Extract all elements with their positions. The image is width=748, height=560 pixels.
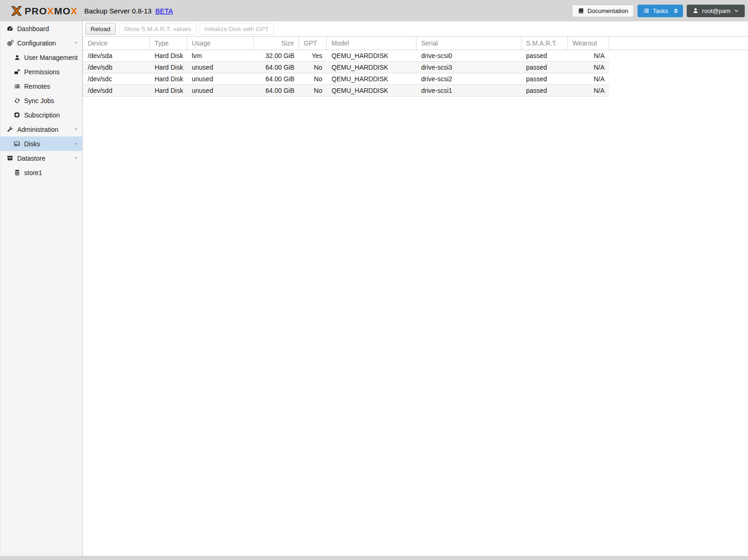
sidebar-item-permissions[interactable]: Permissions — [0, 65, 82, 79]
cell-usage: unused — [187, 85, 254, 96]
column-header-type[interactable]: Type — [150, 37, 187, 50]
caret-down-icon[interactable] — [73, 127, 78, 132]
beta-link[interactable]: BETA — [155, 7, 173, 15]
sidebar-item-configuration[interactable]: Configuration — [0, 36, 82, 50]
table-row[interactable]: /dev/sda Hard Disk lvm 32.00 GiB Yes QEM… — [83, 50, 609, 62]
cell-wearout: N/A — [568, 62, 609, 73]
sidebar-item-subscription[interactable]: Subscription — [0, 108, 82, 122]
user-menu-label: root@pam — [702, 7, 730, 14]
database-icon — [13, 169, 21, 176]
sidebar-item-label: Configuration — [17, 39, 56, 47]
table-row[interactable]: /dev/sdc Hard Disk unused 64.00 GiB No Q… — [83, 73, 609, 85]
top-bar-actions: Documentation Tasks 0 root@pam — [572, 5, 746, 17]
cell-type: Hard Disk — [150, 50, 187, 61]
column-header-gpt[interactable]: GPT — [299, 37, 327, 50]
cell-type: Hard Disk — [150, 85, 187, 96]
sidebar-item-administration[interactable]: Administration — [0, 122, 82, 137]
column-header-wearout[interactable]: Wearout — [568, 37, 609, 50]
cell-serial: drive-scsi0 — [416, 50, 521, 61]
documentation-button[interactable]: Documentation — [572, 5, 633, 17]
sidebar-item-label: store1 — [24, 169, 42, 176]
cell-serial: drive-scsi3 — [416, 62, 521, 73]
cell-wearout: N/A — [568, 85, 609, 96]
cell-model: QEMU_HARDDISK — [327, 73, 416, 85]
life-ring-icon — [13, 111, 21, 118]
cell-gpt: No — [299, 62, 327, 73]
book-icon — [578, 7, 584, 14]
column-header-filler — [609, 37, 748, 50]
app-title: Backup Server 0.8-13 — [84, 7, 151, 15]
cell-type: Hard Disk — [150, 62, 187, 73]
top-bar: PROXMOX Backup Server 0.8-13 BETA Docume… — [0, 0, 748, 21]
cell-size: 64.00 GiB — [254, 85, 299, 96]
cell-smart: passed — [521, 50, 568, 61]
sidebar-item-user-management[interactable]: User Management — [0, 50, 82, 65]
sidebar-nav: Dashboard Configuration User Management — [0, 21, 83, 556]
cell-gpt: Yes — [299, 50, 327, 61]
tasks-count-badge: 0 — [674, 7, 677, 14]
cell-device: /dev/sdc — [83, 73, 150, 85]
reload-button[interactable]: Reload — [85, 23, 116, 35]
proxmox-x-icon — [10, 5, 23, 17]
chevron-right-icon — [73, 141, 78, 146]
sidebar-item-label: Dashboard — [17, 25, 49, 33]
sidebar-item-label: Subscription — [24, 111, 60, 119]
sidebar-item-label: Permissions — [24, 68, 59, 76]
show-smart-values-button[interactable]: Show S.M.A.R.T. values — [119, 23, 196, 35]
table-body: /dev/sda Hard Disk lvm 32.00 GiB Yes QEM… — [83, 50, 748, 97]
cell-model: QEMU_HARDDISK — [327, 62, 416, 73]
documentation-label: Documentation — [587, 7, 628, 14]
sidebar-item-sync-jobs[interactable]: Sync Jobs — [0, 93, 82, 108]
main-panel: Reload Show S.M.A.R.T. values Initialize… — [83, 21, 748, 556]
cell-serial: drive-scsi1 — [416, 85, 521, 96]
cell-model: QEMU_HARDDISK — [327, 85, 416, 96]
chevron-down-icon — [734, 8, 739, 13]
initialize-disk-gpt-button[interactable]: Initialize Disk with GPT — [200, 23, 274, 35]
column-header-model[interactable]: Model — [327, 37, 416, 50]
column-header-size[interactable]: Size — [254, 37, 299, 50]
column-header-smart[interactable]: S.M.A.R.T. — [521, 37, 568, 50]
unlock-icon — [13, 68, 21, 75]
column-header-serial[interactable]: Serial — [416, 37, 521, 50]
cell-smart: passed — [521, 62, 568, 73]
sidebar-item-disks[interactable]: Disks — [0, 137, 82, 151]
cell-device: /dev/sdb — [83, 62, 150, 73]
cell-usage: unused — [187, 73, 254, 85]
user-icon — [13, 54, 21, 61]
cell-model: QEMU_HARDDISK — [327, 50, 416, 61]
sidebar-item-store1[interactable]: store1 — [0, 165, 82, 180]
cell-wearout: N/A — [568, 50, 609, 61]
sidebar-item-label: User Management — [24, 54, 78, 61]
tasks-button[interactable]: Tasks 0 — [637, 5, 683, 17]
column-header-device[interactable]: Device — [83, 37, 150, 50]
caret-down-icon[interactable] — [73, 156, 78, 161]
hdd-icon — [13, 140, 21, 147]
cell-type: Hard Disk — [150, 73, 187, 85]
cell-usage: unused — [187, 62, 254, 73]
sync-icon — [13, 98, 21, 104]
sidebar-item-label: Sync Jobs — [24, 97, 54, 104]
user-menu-button[interactable]: root@pam — [687, 5, 745, 17]
table-row[interactable]: /dev/sdb Hard Disk unused 64.00 GiB No Q… — [83, 62, 609, 73]
cell-smart: passed — [521, 85, 568, 96]
dashboard-icon — [6, 25, 14, 32]
table-row[interactable]: /dev/sdd Hard Disk unused 64.00 GiB No Q… — [83, 85, 609, 97]
cell-size: 32.00 GiB — [254, 50, 299, 61]
wrench-icon — [6, 126, 14, 133]
caret-down-icon[interactable] — [73, 40, 78, 46]
sidebar-item-datastore[interactable]: Datastore — [0, 151, 82, 165]
cell-gpt: No — [299, 85, 327, 96]
sidebar-item-label: Remotes — [24, 83, 50, 90]
window-bottom-edge — [0, 556, 748, 560]
sidebar-item-label: Administration — [17, 126, 59, 133]
sidebar-item-label: Datastore — [17, 155, 46, 162]
sidebar-item-remotes[interactable]: Remotes — [0, 79, 82, 93]
cell-device: /dev/sda — [83, 50, 150, 61]
cell-size: 64.00 GiB — [254, 73, 299, 85]
cell-serial: drive-scsi2 — [416, 73, 521, 85]
cell-smart: passed — [521, 73, 568, 85]
column-header-usage[interactable]: Usage — [187, 37, 254, 50]
sidebar-item-dashboard[interactable]: Dashboard — [0, 21, 82, 36]
cell-gpt: No — [299, 73, 327, 85]
cell-size: 64.00 GiB — [254, 62, 299, 73]
